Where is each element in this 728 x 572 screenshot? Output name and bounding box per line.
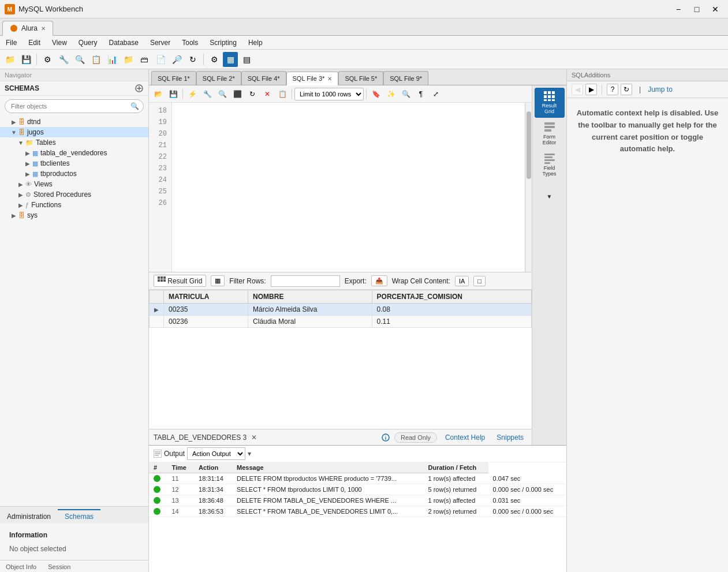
toggle-button[interactable]: 📋: [275, 88, 289, 100]
output-row[interactable]: 14 18:36:53 SELECT * FROM TABLA_DE_VENDE…: [149, 506, 566, 517]
tree-item-views[interactable]: ▶ 👁 Views: [0, 179, 148, 189]
toolbar-btn-5[interactable]: 🔍: [72, 52, 87, 67]
grid-columns-button[interactable]: ▦: [211, 275, 225, 286]
menu-item-server[interactable]: Server: [144, 36, 176, 50]
tree-item-tables[interactable]: ▼ 📁 Tables: [0, 137, 148, 148]
sidebar-tab-schemas[interactable]: Schemas: [58, 509, 100, 523]
chevron-down-icon-button[interactable]: ▼: [535, 181, 565, 211]
tree-item-sys[interactable]: ▶ 🗄 sys: [0, 210, 148, 220]
snippets-tab[interactable]: Snippets: [493, 432, 527, 443]
context-help-tab[interactable]: Context Help: [442, 432, 488, 443]
app-tab-alura[interactable]: Alura ✕: [2, 21, 53, 36]
maximize-button[interactable]: □: [689, 3, 705, 16]
sql-tab-9[interactable]: SQL File 9*: [383, 71, 428, 85]
limit-rows-select[interactable]: Limit to 1000 rows Don't Limit Limit to …: [294, 88, 364, 100]
tree-item-functions[interactable]: ▶ ƒ Functions: [0, 200, 148, 210]
table-row[interactable]: 00236 Cláudia Moral 0.11: [150, 316, 532, 328]
code-area[interactable]: 18 19 20 21 22 23 24 25 26: [149, 103, 532, 272]
action-output-dropdown-arrow[interactable]: ▾: [248, 450, 251, 458]
menu-item-edit[interactable]: Edit: [23, 36, 46, 50]
toolbar-btn-10[interactable]: 📄: [153, 52, 168, 67]
toolbar-btn-8[interactable]: 📁: [121, 52, 136, 67]
cell-matricula[interactable]: 00235: [164, 304, 248, 316]
menu-item-view[interactable]: View: [46, 36, 73, 50]
toolbar-btn-7[interactable]: 📊: [104, 52, 120, 67]
wrap-button[interactable]: IA: [455, 276, 469, 286]
cell-porcentaje[interactable]: 0.11: [372, 316, 531, 328]
toolbar-btn-11[interactable]: 🔎: [169, 52, 184, 67]
toolbar-btn-3[interactable]: ⚙: [40, 52, 55, 67]
table-name-tab[interactable]: TABLA_DE_VENDEDORES 3: [154, 433, 247, 442]
cell-matricula[interactable]: 00236: [164, 316, 248, 328]
scroll-thumb[interactable]: [527, 111, 531, 179]
result-grid-label[interactable]: Result Grid: [154, 275, 206, 287]
sql-tab-1[interactable]: SQL File 1*: [151, 71, 196, 85]
output-row[interactable]: 12 18:31:34 SELECT * FROM tbproductos LI…: [149, 484, 566, 495]
menu-item-database[interactable]: Database: [103, 36, 144, 50]
filter-objects-input[interactable]: [5, 99, 144, 113]
output-row[interactable]: 13 18:36:48 DELETE FROM TABLA_DE_VENDEDO…: [149, 495, 566, 506]
toolbar-btn-4[interactable]: 🔧: [56, 52, 71, 67]
menu-item-query[interactable]: Query: [73, 36, 103, 50]
sql-tab-2[interactable]: SQL File 2*: [196, 71, 241, 85]
menu-item-help[interactable]: Help: [242, 36, 268, 50]
execute-button[interactable]: ⚡: [185, 88, 199, 100]
toolbar-btn-2[interactable]: 💾: [18, 52, 33, 67]
save-file-button[interactable]: 💾: [166, 88, 180, 100]
toolbar-btn-6[interactable]: 📋: [88, 52, 103, 67]
scrollbar-vertical[interactable]: [525, 103, 532, 272]
tree-item-jugos[interactable]: ▼ 🗄 jugos: [0, 127, 148, 137]
cancel-button[interactable]: ✕: [260, 88, 274, 100]
sql-tab-close-3[interactable]: ✕: [327, 76, 332, 82]
output-row[interactable]: 11 18:31:14 DELETE FROM tbproductos WHER…: [149, 473, 566, 484]
form-editor-icon-button[interactable]: FormEditor: [535, 119, 565, 149]
bookmark-button[interactable]: 🔖: [369, 88, 383, 100]
app-tab-close[interactable]: ✕: [41, 25, 46, 32]
nav-refresh-button[interactable]: ↻: [621, 84, 632, 95]
toolbar-btn-1[interactable]: 📁: [2, 52, 17, 67]
open-file-button[interactable]: 📂: [151, 88, 165, 100]
settings-icon-button[interactable]: ⚙: [207, 52, 222, 67]
menu-item-tools[interactable]: Tools: [176, 36, 204, 50]
nav-back-button[interactable]: ◀: [572, 84, 583, 95]
obj-info-tab-object[interactable]: Object Info: [0, 562, 42, 572]
tree-item-tbclientes[interactable]: ▶ ▦ tbclientes: [0, 158, 148, 169]
minimize-button[interactable]: −: [670, 3, 686, 16]
stop-button[interactable]: ⬛: [230, 88, 244, 100]
explain-button[interactable]: 🔍: [215, 88, 229, 100]
cell-nombre[interactable]: Márcio Almeida Silva: [248, 304, 372, 316]
sql-tab-5[interactable]: SQL File 5*: [338, 71, 383, 85]
cell-porcentaje[interactable]: 0.08: [372, 304, 531, 316]
fullscreen-button[interactable]: ⤢: [429, 88, 443, 100]
view-toggle-button[interactable]: ▦: [223, 52, 238, 67]
close-result-tab[interactable]: ✕: [251, 433, 257, 442]
find-replace-button[interactable]: 🔍: [399, 88, 413, 100]
close-button[interactable]: ✕: [707, 3, 723, 16]
menu-item-file[interactable]: File: [0, 36, 23, 50]
action-output-select[interactable]: Action Output History Output: [187, 447, 245, 460]
sql-tab-4[interactable]: SQL File 4*: [241, 71, 286, 85]
beautify-button[interactable]: ✨: [384, 88, 398, 100]
table-row[interactable]: ▶ 00235 Márcio Almeida Silva 0.08: [150, 304, 532, 316]
sql-tab-3[interactable]: SQL File 3*✕: [286, 72, 339, 85]
execute-current-button[interactable]: 🔧: [200, 88, 214, 100]
invisible-chars-button[interactable]: ¶: [414, 88, 428, 100]
schemas-icon[interactable]: [135, 84, 144, 93]
tree-item-stored-procedures[interactable]: ▶ ⚙ Stored Procedures: [0, 189, 148, 200]
tree-item-dtnd[interactable]: ▶ 🗄 dtnd: [0, 117, 148, 127]
nav-help-button[interactable]: ?: [607, 84, 618, 95]
refresh-button[interactable]: ↻: [245, 88, 259, 100]
resize-button[interactable]: □: [473, 276, 486, 286]
cell-nombre[interactable]: Cláudia Moral: [248, 316, 372, 328]
field-types-icon-button[interactable]: FieldTypes: [535, 150, 565, 180]
filter-rows-input[interactable]: [271, 275, 340, 287]
nav-forward-button[interactable]: ▶: [585, 84, 597, 95]
result-grid-icon-button[interactable]: ResultGrid: [535, 88, 565, 118]
panel-toggle-button[interactable]: ▤: [239, 52, 254, 67]
sidebar-tab-administration[interactable]: Administration: [0, 509, 58, 523]
menu-item-scripting[interactable]: Scripting: [204, 36, 242, 50]
toolbar-btn-12[interactable]: ↻: [185, 52, 200, 67]
obj-info-tab-session[interactable]: Session: [42, 562, 76, 572]
toolbar-btn-9[interactable]: 🗃: [137, 52, 152, 67]
export-button[interactable]: 📤: [371, 275, 387, 286]
